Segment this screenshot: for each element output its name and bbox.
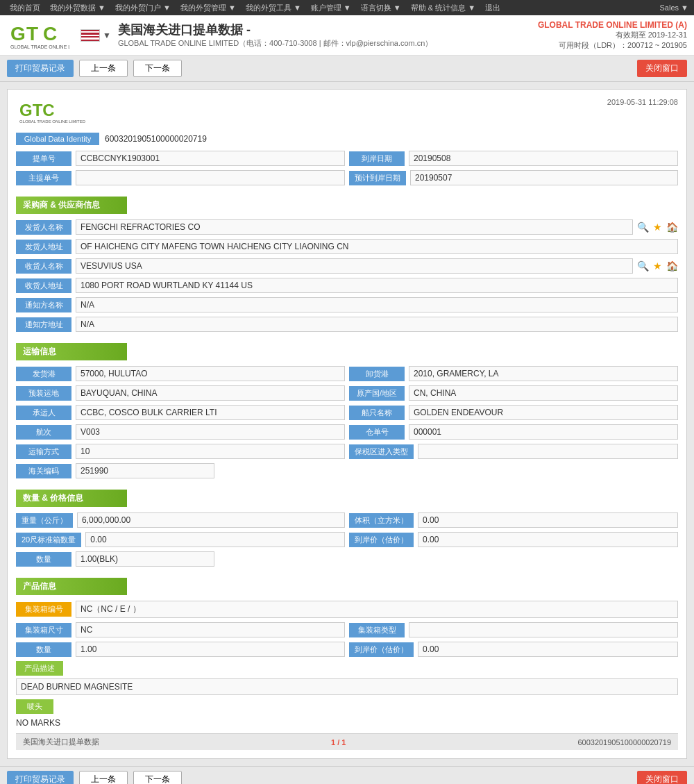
- consignee-name-row: 收货人名称 VESUVIUS USA 🔍 ★ 🏠: [16, 258, 678, 274]
- nav-language[interactable]: 语言切换 ▼: [357, 0, 405, 15]
- unit-price-label: 到岸价（估价）: [349, 642, 414, 657]
- page-footer-title: 美国海关进口提单数据: [23, 737, 99, 747]
- quantity-price-header: 数量 & 价格信息: [16, 490, 127, 507]
- voyage-value: V003: [76, 424, 345, 440]
- arrival-date-label: 到岸日期: [349, 151, 405, 166]
- bonded-label: 保税区进入类型: [349, 444, 414, 459]
- transport-header: 运输信息: [16, 343, 127, 360]
- master-bill-label: 主提单号: [16, 171, 71, 185]
- flag-area[interactable]: ▼: [81, 29, 111, 42]
- buyer-supplier-section: 采购商 & 供应商信息 发货人名称 FENGCHI REFRACTORIES C…: [16, 190, 678, 332]
- transport-mode-label: 运输方式: [16, 444, 71, 459]
- buyer-supplier-header: 采购商 & 供应商信息: [16, 197, 127, 214]
- bottom-next-button[interactable]: 下一条: [133, 771, 182, 784]
- origin-port-label: 发货港: [16, 367, 71, 381]
- bill-value: CCBCCNYK1903001: [76, 151, 345, 166]
- header-right: GLOBAL TRADE ONLINE LIMITED (A) 有效期至 201…: [538, 20, 687, 51]
- container-no-row: 集装箱编号 NC（NC / E / ）: [16, 601, 678, 618]
- container-price-row: 20尺标准箱数量 0.00 到岸价（估价） 0.00: [16, 532, 678, 547]
- consignee-home-icon[interactable]: 🏠: [666, 260, 678, 272]
- bonded-value: [418, 444, 678, 459]
- loading-place-label: 预装运地: [16, 386, 71, 401]
- product-header: 产品信息: [16, 578, 127, 595]
- bottom-close-button[interactable]: 关闭窗口: [637, 771, 687, 784]
- quantity-label: 数量: [16, 552, 71, 567]
- gdi-row: Global Data Identity 6003201905100000020…: [16, 133, 678, 145]
- quantity-row: 数量 1.00(BLK): [16, 551, 678, 567]
- port-row: 发货港 57000, HULUTAO 卸货港 2010, GRAMERCY, L…: [16, 366, 678, 381]
- mark-label: 唛头: [16, 699, 53, 714]
- record-logo-svg: GTC GLOBAL TRADE ONLINE LIMITED: [16, 98, 92, 126]
- voyage-label: 航次: [16, 425, 71, 440]
- desc-label: 产品描述: [16, 661, 63, 676]
- nav-tools[interactable]: 我的外贸工具 ▼: [242, 0, 305, 15]
- shipper-addr-value: OF HAICHENG CITY MAFENG TOWN HAICHENG CI…: [76, 239, 678, 254]
- container-size-value: NC: [76, 622, 345, 637]
- master-bill-row: 主提单号 预计到岸日期 20190507: [16, 170, 678, 185]
- warehouse-label: 仓单号: [349, 425, 405, 440]
- container-no-value: NC（NC / E / ）: [76, 601, 678, 618]
- notify-addr-label: 通知方地址: [16, 317, 71, 332]
- record-card: GTC GLOBAL TRADE ONLINE LIMITED 2019-05-…: [7, 89, 687, 759]
- shipper-search-icon[interactable]: 🔍: [637, 222, 649, 233]
- nav-logout[interactable]: 退出: [481, 0, 505, 15]
- close-button[interactable]: 关闭窗口: [637, 60, 687, 77]
- mark-value: NO MARKS: [16, 717, 678, 729]
- gdi-label: Global Data Identity: [16, 133, 99, 145]
- bottom-print-button[interactable]: 打印贸易记录: [7, 771, 74, 784]
- est-arrival-value: 20190507: [410, 170, 678, 185]
- transport-bonded-row: 运输方式 10 保税区进入类型: [16, 444, 678, 459]
- volume-value: 0.00: [418, 512, 678, 528]
- shipper-home-icon[interactable]: 🏠: [666, 222, 678, 233]
- svg-text:GLOBAL TRADE ONLINE LIMITED: GLOBAL TRADE ONLINE LIMITED: [19, 119, 86, 124]
- nav-help[interactable]: 帮助 & 统计信息 ▼: [407, 0, 480, 15]
- dest-port-label: 卸货港: [349, 367, 405, 381]
- weight-label: 重量（公斤）: [16, 513, 73, 528]
- master-bill-col: 主提单号: [16, 170, 345, 185]
- carrier-vessel-row: 承运人 CCBC, COSCO BULK CARRIER LTI 船只名称 GO…: [16, 405, 678, 420]
- country-value: CN, CHINA: [409, 385, 678, 401]
- bill-row: 提单号 CCBCCNYK1903001 到岸日期 20190508: [16, 151, 678, 166]
- brand-name: GLOBAL TRADE ONLINE LIMITED (A): [538, 20, 687, 30]
- consignee-search-icon[interactable]: 🔍: [637, 260, 649, 272]
- warehouse-value: 000001: [409, 424, 678, 440]
- quantity-price-section: 数量 & 价格信息 重量（公斤） 6,000,000.00 体积（立方米） 0.…: [16, 483, 678, 567]
- nav-trade-data[interactable]: 我的外贸数据 ▼: [46, 0, 110, 15]
- svg-text:GLOBAL TRADE ONLINE LIMITED: GLOBAL TRADE ONLINE LIMITED: [10, 44, 69, 49]
- desc-section: 产品描述 DEAD BURNED MAGNESITE: [16, 661, 678, 695]
- page-footer: 美国海关进口提单数据 1 / 1 6003201905100000020719: [16, 733, 678, 750]
- container-type-value: [409, 622, 678, 637]
- shipper-star-icon[interactable]: ★: [653, 222, 662, 233]
- weight-value: 6,000,000.00: [77, 512, 345, 528]
- nav-home[interactable]: 我的首页: [6, 0, 44, 15]
- arrival-price-value: 0.00: [418, 532, 678, 547]
- customs-code-value: 251990: [76, 463, 214, 478]
- nav-portal[interactable]: 我的外贸门户 ▼: [111, 0, 175, 15]
- shipper-addr-row: 发货人地址 OF HAICHENG CITY MAFENG TOWN HAICH…: [16, 239, 678, 254]
- nav-management[interactable]: 我的外贸管理 ▼: [176, 0, 240, 15]
- unit-price-value: 0.00: [418, 642, 678, 657]
- next-button[interactable]: 下一条: [133, 60, 182, 77]
- loading-country-row: 预装运地 BAYUQUAN, CHINA 原产国/地区 CN, CHINA: [16, 385, 678, 401]
- notify-addr-value: N/A: [76, 317, 678, 332]
- svg-text:GTC: GTC: [19, 101, 55, 119]
- nav-items: 我的首页 我的外贸数据 ▼ 我的外贸门户 ▼ 我的外贸管理 ▼ 我的外贸工具 ▼…: [6, 0, 505, 15]
- consignee-star-icon[interactable]: ★: [653, 260, 662, 272]
- record-timestamp: 2019-05-31 11:29:08: [607, 98, 678, 106]
- vessel-value: GOLDEN ENDEAVOUR: [409, 405, 678, 420]
- page-title: 美国海关进口提单数据 -: [118, 22, 538, 38]
- carrier-value: CCBC, COSCO BULK CARRIER LTI: [76, 405, 345, 420]
- vessel-label: 船只名称: [349, 406, 405, 420]
- print-button[interactable]: 打印贸易记录: [7, 60, 74, 77]
- top-toolbar: 打印贸易记录 上一条 下一条 关闭窗口: [0, 56, 694, 82]
- record-header: GTC GLOBAL TRADE ONLINE LIMITED 2019-05-…: [16, 98, 678, 126]
- shipper-name-label: 发货人名称: [16, 220, 71, 235]
- container-size-type-row: 集装箱尺寸 NC 集装箱类型: [16, 622, 678, 637]
- consignee-addr-label: 收货人地址: [16, 278, 71, 293]
- master-bill-value: [76, 170, 345, 185]
- arrival-price-label: 到岸价（估价）: [349, 533, 414, 547]
- nav-account[interactable]: 账户管理 ▼: [307, 0, 355, 15]
- prev-button[interactable]: 上一条: [79, 60, 128, 77]
- container20-label: 20尺标准箱数量: [16, 533, 81, 547]
- bottom-prev-button[interactable]: 上一条: [79, 771, 128, 784]
